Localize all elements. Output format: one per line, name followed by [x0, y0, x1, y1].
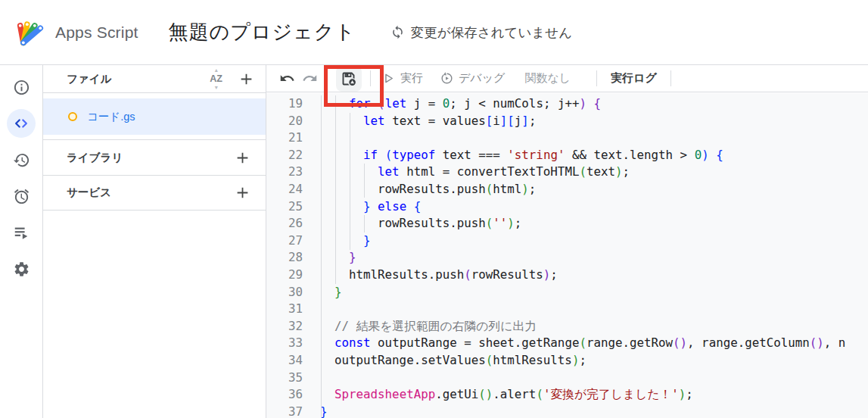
code-icon	[13, 115, 30, 132]
line-number: 27	[266, 232, 303, 250]
code-line-content: // 結果を選択範囲の右隣の列に出力	[303, 318, 537, 335]
line-number: 23	[266, 164, 303, 181]
line-number: 24	[266, 181, 303, 198]
code-line-content: outputRange.setValues(htmlResults);	[303, 352, 586, 370]
apps-script-logo-icon	[15, 17, 45, 48]
line-number: 19	[266, 95, 303, 113]
code-line: 22 if (typeof text === 'string' && text.…	[266, 147, 868, 164]
toolbar-divider	[327, 70, 328, 86]
code-line: 31	[266, 301, 868, 318]
sort-az-icon[interactable]: AZ	[209, 73, 223, 84]
main-content: ファイル AZ コード.gs ライブラリ サービス	[0, 65, 868, 418]
code-line: 32 // 結果を選択範囲の右隣の列に出力	[266, 318, 868, 335]
save-icon	[340, 70, 358, 88]
files-header-label: ファイル	[67, 72, 209, 86]
nav-rail	[0, 65, 43, 418]
code-line: 27 }	[266, 232, 868, 250]
line-number: 21	[266, 129, 303, 147]
line-number: 28	[266, 249, 303, 267]
code-lines: 19 for (let j = 0; j < numCols; j++) {20…	[266, 95, 868, 418]
editor-toolbar: 実行 デバッグ 関数なし 実行ログ	[266, 65, 868, 92]
files-panel: ファイル AZ コード.gs ライブラリ サービス	[43, 65, 266, 418]
nav-settings[interactable]	[3, 251, 39, 287]
run-button[interactable]: 実行	[381, 71, 423, 86]
code-line-content: rowResults.push(html);	[303, 181, 536, 198]
file-status-dot-icon	[68, 112, 77, 121]
app-header: Apps Script 無題のプロジェクト 変更が保存されていません	[0, 0, 868, 65]
code-line: 20 let text = values[i][j];	[266, 113, 868, 130]
code-line: 23 let html = convertTextToHTML(text);	[266, 164, 868, 181]
debug-label: デバッグ	[459, 71, 505, 86]
undo-button[interactable]	[275, 70, 298, 86]
code-line-content: htmlResults.push(rowResults);	[303, 267, 558, 284]
code-line: 29 htmlResults.push(rowResults);	[266, 267, 868, 284]
undo-icon	[279, 70, 295, 86]
line-number: 25	[266, 198, 303, 216]
add-library-button[interactable]	[235, 150, 250, 165]
toolbar-divider	[596, 70, 597, 86]
app-name: Apps Script	[55, 23, 138, 42]
code-line-content: }	[303, 284, 342, 301]
code-line: 25 } else {	[266, 198, 868, 216]
code-line-content	[303, 370, 320, 387]
indent-guide	[350, 113, 350, 250]
code-line: 24 rowResults.push(html);	[266, 181, 868, 198]
libraries-section: ライブラリ	[43, 139, 266, 175]
alarm-icon	[13, 188, 30, 205]
debug-button[interactable]: デバッグ	[440, 71, 505, 86]
nav-editor[interactable]	[3, 105, 39, 142]
nav-project-history[interactable]	[3, 142, 39, 178]
services-label: サービス	[67, 186, 235, 200]
editor-pane: 実行 デバッグ 関数なし 実行ログ	[266, 65, 868, 418]
project-title[interactable]: 無題のプロジェクト	[169, 19, 356, 45]
code-line: 36 SpreadsheetApp.getUi().alert('変換が完了しま…	[266, 386, 868, 404]
indent-guide	[364, 164, 365, 198]
nav-overview[interactable]	[3, 69, 39, 105]
redo-button[interactable]	[298, 70, 321, 86]
redo-icon	[302, 70, 318, 86]
code-line: 19 for (let j = 0; j < numCols; j++) {	[266, 95, 868, 113]
add-file-button[interactable]	[238, 71, 254, 86]
file-name: コード.gs	[87, 110, 135, 124]
code-line: 28 }	[266, 249, 868, 267]
run-label: 実行	[400, 71, 423, 86]
save-status: 変更が保存されていません	[390, 23, 572, 42]
line-number: 34	[266, 352, 303, 370]
code-line: 30 }	[266, 284, 868, 301]
plus-icon	[235, 186, 250, 200]
history-icon	[13, 151, 30, 169]
line-number: 33	[266, 335, 303, 352]
line-number: 26	[266, 215, 303, 232]
code-line: 34 outputRange.setValues(htmlResults);	[266, 352, 868, 370]
function-selector[interactable]: 関数なし	[524, 71, 571, 86]
execution-log-button[interactable]: 実行ログ	[611, 71, 657, 86]
services-section: サービス	[43, 175, 266, 211]
file-item-code-gs[interactable]: コード.gs	[43, 98, 266, 135]
code-line-content: SpreadsheetApp.getUi().alert('変換が完了しました！…	[303, 386, 693, 404]
nav-triggers[interactable]	[3, 178, 39, 214]
executions-icon	[13, 224, 30, 241]
line-number: 36	[266, 386, 303, 404]
code-line-content: let html = convertTextToHTML(text);	[303, 164, 630, 181]
line-number: 20	[266, 113, 303, 130]
nav-executions[interactable]	[3, 214, 39, 251]
code-line: 37}	[266, 404, 868, 418]
code-line-content: const outputRange = sheet.getRange(range…	[303, 335, 845, 352]
debug-icon	[440, 71, 454, 86]
run-icon	[381, 71, 396, 86]
files-panel-header: ファイル AZ	[43, 65, 266, 93]
code-line-content: let text = values[i][j];	[303, 113, 536, 130]
line-number: 29	[266, 267, 303, 284]
code-editor[interactable]: 19 for (let j = 0; j < numCols; j++) {20…	[266, 93, 868, 418]
toolbar-divider	[370, 70, 371, 86]
code-line-content	[303, 301, 320, 318]
add-service-button[interactable]	[235, 186, 250, 201]
indent-guide	[364, 215, 365, 232]
line-number: 37	[266, 404, 303, 418]
libraries-label: ライブラリ	[67, 151, 235, 165]
code-line-content: }	[303, 232, 371, 250]
indent-guide	[335, 95, 336, 284]
indent-guide	[321, 95, 322, 418]
save-project-button[interactable]	[336, 66, 362, 92]
save-status-text: 変更が保存されていません	[411, 23, 572, 42]
